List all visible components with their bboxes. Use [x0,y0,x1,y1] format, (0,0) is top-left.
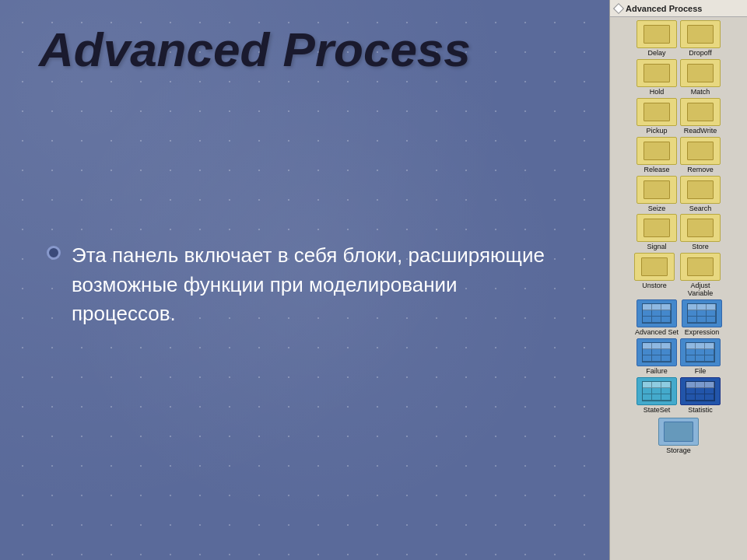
store-label: Store [692,243,709,251]
block-row-8: Advanced Set Expression [613,299,744,337]
unstore-label: Unstore [642,282,667,290]
delay-label: Delay [647,50,665,58]
dropoff-label: Dropoff [689,50,711,58]
bullet-text: Эта панель включает в себя блоки, расшир… [72,241,552,329]
expression-label: Expression [685,329,720,337]
stateset-icon [637,377,677,405]
failure-icon [637,338,677,366]
pickup-label: Pickup [646,128,667,135]
hold-icon [637,59,677,87]
signal-icon [637,214,677,242]
block-row-1: Delay Dropoff [613,20,744,58]
block-advanced-set[interactable]: Advanced Set [635,299,679,337]
adjust-variable-icon [680,253,721,281]
remove-label: Remove [687,166,714,174]
block-stateset[interactable]: StateSet [637,377,677,415]
file-icon [680,338,721,366]
block-row-2: Hold Match [613,59,744,96]
storage-label: Storage [666,447,691,455]
statistic-label: Statistic [688,407,713,415]
hold-label: Hold [650,89,665,96]
block-remove[interactable]: Remove [680,137,721,174]
block-match[interactable]: Match [680,59,721,96]
search-icon [680,176,721,204]
block-file[interactable]: File [680,338,721,376]
block-readwrite[interactable]: ReadWrite [680,98,721,135]
unstore-icon [634,253,675,281]
block-pickup[interactable]: Pickup [637,98,677,135]
panel-title: Advanced Process [626,4,702,13]
stateset-label: StateSet [644,407,671,415]
bullet-item: Эта панель включает в себя блоки, расшир… [47,241,552,329]
readwrite-icon [680,98,721,126]
storage-icon [658,418,699,446]
expression-icon [682,299,722,327]
block-row-7: Unstore Adjust Variable [613,253,744,298]
block-row-10: StateSet Statistic [613,377,744,415]
block-unstore[interactable]: Unstore [634,253,675,298]
block-signal[interactable]: Signal [637,214,677,251]
block-row-5: Seize Search [613,176,744,213]
block-hold[interactable]: Hold [637,59,677,96]
match-label: Match [691,89,710,96]
release-label: Release [644,166,669,174]
block-release[interactable]: Release [637,137,677,174]
block-storage[interactable]: Storage [658,418,699,455]
blocks-grid: Delay Dropoff Hold Match Pickup [610,17,747,560]
search-label: Search [689,205,712,213]
block-adjust-variable[interactable]: Adjust Variable [678,253,723,298]
bullet-dot [47,246,61,260]
seize-icon [637,176,677,204]
delay-icon [637,20,677,48]
block-delay[interactable]: Delay [637,20,677,58]
statistic-icon [680,377,721,405]
file-label: File [695,368,707,376]
block-failure[interactable]: Failure [637,338,677,376]
block-row-storage: Storage [613,416,744,458]
block-store[interactable]: Store [680,214,721,251]
signal-label: Signal [647,243,666,251]
right-panel: Advanced Process Delay Dropoff Hold Matc… [609,0,747,560]
page-title: Advanced Process [39,23,471,76]
block-row-3: Pickup ReadWrite [613,98,744,135]
release-icon [637,137,677,165]
match-icon [680,59,721,87]
block-search[interactable]: Search [680,176,721,213]
seize-label: Seize [648,205,666,213]
block-row-6: Signal Store [613,214,744,251]
store-icon [680,214,721,242]
remove-icon [680,137,721,165]
block-row-9: Failure File [613,338,744,376]
main-content-area: Advanced Process Эта панель включает в с… [0,0,609,560]
readwrite-label: ReadWrite [684,128,717,135]
block-expression[interactable]: Expression [682,299,722,337]
advanced-set-label: Advanced Set [635,329,679,337]
block-dropoff[interactable]: Dropoff [680,20,721,58]
diamond-icon [613,2,624,13]
pickup-icon [637,98,677,126]
advanced-set-icon [637,299,677,327]
dropoff-icon [680,20,721,48]
failure-label: Failure [646,368,668,376]
block-statistic[interactable]: Statistic [680,377,721,415]
block-seize[interactable]: Seize [637,176,677,213]
block-row-4: Release Remove [613,137,744,174]
adjust-variable-label: Adjust Variable [678,282,723,298]
panel-title-bar: Advanced Process [610,0,747,17]
